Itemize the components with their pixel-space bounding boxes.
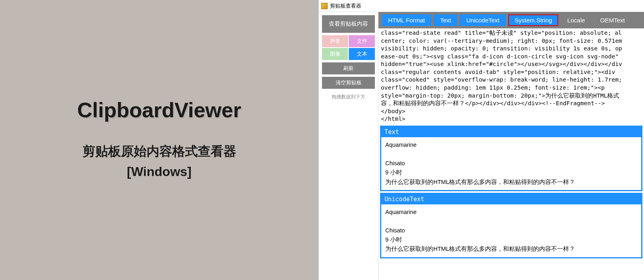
promo-panel: ClipboardViewer 剪贴板原始内容格式查看器 [Windows] (0, 0, 318, 280)
tab-html-format[interactable]: HTML Format (382, 14, 431, 26)
section-text-body: Aquamarine Chisato 9 小时 为什么它获取到的HTML格式有那… (381, 137, 641, 190)
view-clipboard-button[interactable]: 查看剪贴板内容 (322, 15, 375, 33)
refresh-button[interactable]: 刷新 (322, 62, 375, 74)
drag-hint: 拖拽数据到下方 (322, 91, 375, 103)
section-unicodetext-body: Aquamarine Chisato 9 小时 为什么它获取到的HTML格式有那… (381, 204, 641, 257)
tab-text[interactable]: Text (434, 14, 458, 26)
section-text-header: Text (381, 127, 641, 137)
section-unicodetext-header: UnicodeText (381, 194, 641, 204)
main-area: HTML Format Text UnicodeText System.Stri… (378, 12, 644, 280)
app-body: 查看剪贴板内容 声音 文件 图像 文本 刷新 清空剪贴板 拖拽数据到下方 HTM… (319, 12, 644, 280)
type-text-button[interactable]: 文本 (349, 48, 375, 60)
app-window: 剪贴板查看器 查看剪贴板内容 声音 文件 图像 文本 刷新 清空剪贴板 拖拽数据… (318, 0, 644, 280)
tab-locale[interactable]: Locale (561, 14, 591, 26)
promo-subtitle-line2: [Windows] (127, 164, 191, 179)
type-grid: 声音 文件 图像 文本 (322, 35, 375, 60)
titlebar[interactable]: 剪贴板查看器 (319, 0, 644, 12)
tab-oemtext[interactable]: OEMText (594, 14, 632, 26)
promo-subtitle-line1: 剪贴板原始内容格式查看器 (83, 144, 236, 158)
tab-unicodetext[interactable]: UnicodeText (460, 14, 506, 26)
promo-subtitle: 剪贴板原始内容格式查看器 [Windows] (83, 141, 236, 182)
type-sound-button[interactable]: 声音 (322, 35, 348, 47)
clear-clipboard-button[interactable]: 清空剪贴板 (322, 77, 375, 89)
section-unicodetext: UnicodeText Aquamarine Chisato 9 小时 为什么它… (380, 193, 642, 258)
content-scroll[interactable]: class="read-state read" title="帖子未读" sty… (378, 28, 644, 280)
promo-title: ClipboardViewer (77, 98, 241, 122)
type-image-button[interactable]: 图像 (322, 48, 348, 60)
app-icon (321, 3, 328, 9)
tab-system-string[interactable]: System.String (508, 14, 558, 26)
section-text: Text Aquamarine Chisato 9 小时 为什么它获取到的HTM… (380, 126, 642, 191)
format-tabs: HTML Format Text UnicodeText System.Stri… (378, 12, 644, 28)
sidebar: 查看剪贴板内容 声音 文件 图像 文本 刷新 清空剪贴板 拖拽数据到下方 (319, 12, 378, 280)
html-code-block: class="read-state read" title="帖子未读" sty… (378, 28, 644, 124)
window-title: 剪贴板查看器 (330, 2, 361, 10)
type-file-button[interactable]: 文件 (349, 35, 375, 47)
